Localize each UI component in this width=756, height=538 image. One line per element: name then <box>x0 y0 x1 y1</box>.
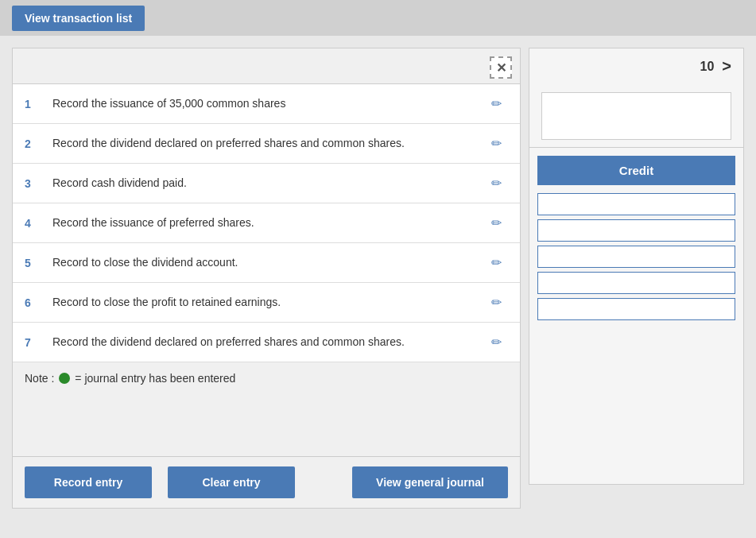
edit-icon[interactable]: ✏ <box>485 295 508 310</box>
right-panel: 10 > Credit <box>529 48 744 485</box>
edit-icon[interactable]: ✏ <box>485 176 508 191</box>
transaction-text: Record to close the profit to retained e… <box>52 295 485 311</box>
row-number: 1 <box>25 98 45 110</box>
main-content: ✕ 1 Record the issuance of 35,000 common… <box>0 36 756 538</box>
transaction-text: Record cash dividend paid. <box>52 176 485 192</box>
edit-icon[interactable]: ✏ <box>485 255 508 270</box>
table-row: 7 Record the dividend declared on prefer… <box>13 323 520 362</box>
top-bar: View transaction list <box>0 0 756 36</box>
note-prefix: Note : <box>25 372 54 385</box>
journal-text-input[interactable] <box>541 92 731 140</box>
row-number: 6 <box>25 296 45 309</box>
row-number: 2 <box>25 137 45 150</box>
table-row: 2 Record the dividend declared on prefer… <box>13 124 520 164</box>
view-transaction-button[interactable]: View transaction list <box>12 6 145 31</box>
credit-input-4[interactable] <box>537 272 735 294</box>
transaction-text: Record the dividend declared on preferre… <box>52 136 485 152</box>
chevron-right-icon[interactable]: > <box>722 57 731 75</box>
row-number: 4 <box>25 217 45 230</box>
edit-icon[interactable]: ✏ <box>485 96 508 111</box>
table-row: 3 Record cash dividend paid. ✏ <box>13 164 520 203</box>
popup-panel: ✕ 1 Record the issuance of 35,000 common… <box>12 48 521 509</box>
credit-input-2[interactable] <box>537 219 735 242</box>
clear-entry-button[interactable]: Clear entry <box>168 466 295 498</box>
credit-input-5[interactable] <box>537 298 735 320</box>
table-row: 6 Record to close the profit to retained… <box>13 283 520 323</box>
edit-icon[interactable]: ✏ <box>485 215 508 230</box>
green-dot-icon <box>59 373 70 384</box>
close-button[interactable]: ✕ <box>490 56 512 79</box>
transaction-text: Record the issuance of preferred shares. <box>52 215 485 231</box>
table-row: 1 Record the issuance of 35,000 common s… <box>13 84 520 124</box>
transaction-text: Record the dividend declared on preferre… <box>52 335 485 350</box>
row-number: 5 <box>25 257 45 269</box>
transaction-text: Record the issuance of 35,000 common sha… <box>52 96 485 112</box>
row-number: 3 <box>25 177 45 190</box>
transactions-list: 1 Record the issuance of 35,000 common s… <box>13 84 520 362</box>
edit-icon[interactable]: ✏ <box>485 335 508 350</box>
view-general-journal-button[interactable]: View general journal <box>352 466 508 498</box>
credit-section: Credit <box>529 156 743 320</box>
note-suffix: = journal entry has been entered <box>75 372 235 385</box>
credit-input-1[interactable] <box>537 193 735 215</box>
credit-input-3[interactable] <box>537 246 735 268</box>
edit-icon[interactable]: ✏ <box>485 136 508 151</box>
record-entry-button[interactable]: Record entry <box>25 466 152 498</box>
credit-input-rows <box>529 193 743 320</box>
bottom-buttons-bar: Record entry Clear entry View general jo… <box>13 456 520 508</box>
transaction-text: Record to close the dividend account. <box>52 255 485 271</box>
right-panel-input-area <box>529 84 743 148</box>
credit-header: Credit <box>537 156 735 185</box>
row-number: 7 <box>25 336 45 349</box>
right-panel-header: 10 > <box>529 48 743 84</box>
table-row: 4 Record the issuance of preferred share… <box>13 203 520 243</box>
table-row: 5 Record to close the dividend account. … <box>13 243 520 283</box>
page-number: 10 <box>700 60 715 74</box>
popup-header: ✕ <box>13 48 520 84</box>
note-area: Note : = journal entry has been entered <box>13 362 520 394</box>
